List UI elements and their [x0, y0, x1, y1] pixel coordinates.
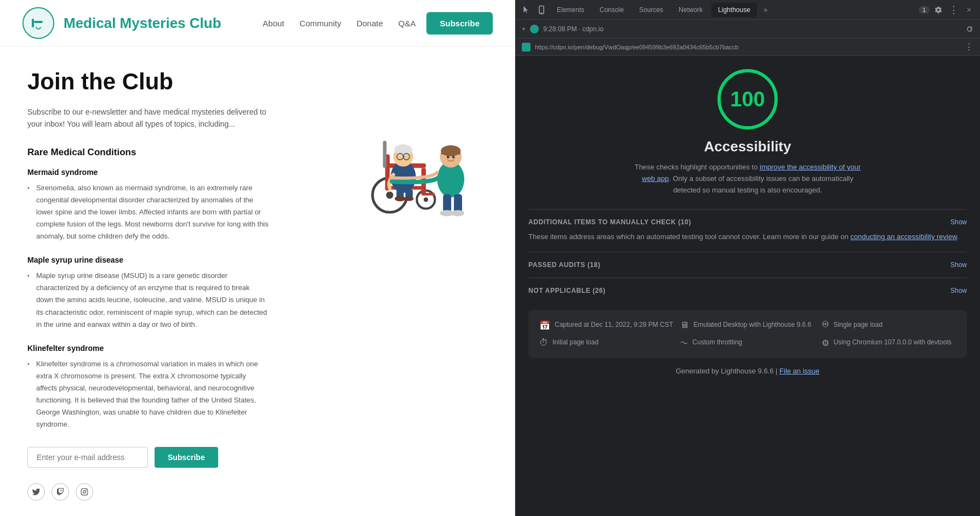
info-throttling-text: Custom throttling	[692, 337, 742, 347]
info-single-page: Single page load	[822, 320, 956, 331]
main-heading: Join the Club	[27, 69, 269, 95]
devtools-cursor-icon[interactable]	[520, 3, 533, 16]
svg-point-34	[452, 210, 464, 217]
svg-point-18	[394, 144, 412, 155]
svg-rect-3	[81, 489, 88, 495]
refresh-icon[interactable]	[966, 25, 973, 33]
condition-klinefelter: Klinefelter syndrome Klinefelter syndrom…	[27, 344, 269, 431]
tab-badge: 1	[919, 6, 930, 14]
desktop-icon: 🖥	[680, 320, 689, 330]
overflow-menu-icon[interactable]: ⋮	[947, 3, 960, 16]
calendar-icon: 📅	[539, 320, 550, 331]
score-number: 100	[730, 88, 765, 111]
tab-network[interactable]: Network	[672, 3, 709, 17]
audit-manual-check-label: ADDITIONAL ITEMS TO MANUALLY CHECK (10)	[528, 218, 691, 226]
navbar: Medical Mysteries Club About Community D…	[0, 0, 515, 47]
svg-point-29	[447, 156, 449, 158]
nav-community[interactable]: Community	[300, 19, 341, 28]
svg-point-9	[424, 197, 428, 202]
svg-rect-31	[443, 194, 451, 212]
svg-rect-15	[383, 141, 387, 168]
content-area: Join the Club Subscribe to our e-newslet…	[0, 47, 515, 516]
audit-not-applicable-show[interactable]: Show	[950, 287, 967, 294]
site-favicon	[522, 43, 531, 52]
nav-about[interactable]: About	[263, 19, 284, 28]
conducting-review-link[interactable]: conducting an accessibility review	[851, 233, 957, 241]
social-icons	[27, 483, 269, 501]
condition-text-klinefelter: Klinefelter syndrome is a chromosomal va…	[27, 358, 269, 431]
svg-rect-32	[454, 194, 462, 212]
svg-point-5	[86, 490, 87, 491]
audit-not-applicable-label: NOT APPLICABLE (26)	[528, 287, 606, 294]
audit-passed-header[interactable]: PASSED AUDITS (18) Show	[528, 261, 967, 269]
condition-text-mermaid: Sirenomelia, also known as mermaid syndr…	[27, 182, 269, 242]
svg-rect-1	[32, 19, 34, 27]
tab-elements[interactable]: Elements	[550, 3, 591, 17]
settings-icon[interactable]	[932, 3, 945, 16]
main-intro: Subscribe to our e-newsletter and have m…	[27, 106, 269, 131]
twitch-icon[interactable]	[52, 483, 69, 501]
tab-lighthouse[interactable]: Lighthouse	[711, 3, 757, 17]
info-throttling: Custom throttling	[680, 337, 814, 348]
url-menu-icon[interactable]: ⋮	[965, 42, 973, 52]
condition-title-mermaid: Mermaid syndrome	[27, 168, 269, 177]
twitter-icon[interactable]	[27, 483, 45, 501]
tab-console[interactable]: Console	[593, 3, 630, 17]
info-captured-text: Captured at Dec 11, 2022, 9:28 PM CST	[555, 320, 673, 330]
hero-illustration	[317, 69, 498, 222]
main-content: Join the Club Subscribe to our e-newslet…	[0, 47, 296, 516]
url-timestamp: 9:28:08 PM · cdpn.io	[543, 25, 961, 33]
audit-not-applicable-header[interactable]: NOT APPLICABLE (26) Show	[528, 287, 967, 294]
lighthouse-info-footer: 📅 Captured at Dec 11, 2022, 9:28 PM CST …	[528, 310, 967, 358]
file-issue-link[interactable]: File an issue	[779, 367, 819, 375]
condition-title-klinefelter: Klinefelter syndrome	[27, 344, 269, 353]
nav-qa[interactable]: Q&A	[398, 19, 416, 28]
audit-not-applicable: NOT APPLICABLE (26) Show	[528, 277, 967, 303]
subscribe-form: Subscribe	[27, 447, 269, 468]
devtools-panel: Elements Console Sources Network Lightho…	[515, 0, 980, 516]
audit-manual-check: ADDITIONAL ITEMS TO MANUALLY CHECK (10) …	[528, 209, 967, 252]
svg-point-30	[452, 156, 455, 158]
devtools-urlbar: + 9:28:08 PM · cdpn.io	[515, 20, 980, 38]
condition-title-maple: Maple syrup urine disease	[27, 256, 269, 264]
devtools-topbar: Elements Console Sources Network Lightho…	[515, 0, 980, 20]
website-panel: Medical Mysteries Club About Community D…	[0, 0, 515, 516]
audit-manual-check-header[interactable]: ADDITIONAL ITEMS TO MANUALLY CHECK (10) …	[528, 218, 967, 226]
nav-subscribe-button[interactable]: Subscribe	[426, 12, 493, 35]
nav-donate[interactable]: Donate	[356, 19, 383, 28]
svg-point-4	[83, 491, 86, 494]
audit-passed-label: PASSED AUDITS (18)	[528, 261, 601, 269]
info-initial-load-text: Initial page load	[552, 337, 599, 347]
info-emulated-text: Emulated Desktop with Lighthouse 9.6.6	[693, 320, 811, 330]
subscribe-button[interactable]: Subscribe	[155, 447, 218, 468]
generated-by: Generated by Lighthouse 9.6.6 | File an …	[676, 367, 819, 379]
audit-manual-check-show[interactable]: Show	[950, 218, 967, 226]
info-single-page-text: Single page load	[834, 320, 882, 330]
info-captured: 📅 Captured at Dec 11, 2022, 9:28 PM CST	[539, 320, 674, 331]
nav-links: About Community Donate Q&A	[263, 19, 415, 28]
info-emulated: 🖥 Emulated Desktop with Lighthouse 9.6.6	[680, 320, 814, 331]
audit-passed: PASSED AUDITS (18) Show	[528, 252, 967, 277]
link-icon	[822, 320, 829, 330]
url-bar: https://cdpn.io/pen/debug/VwdOaqp/ee0945…	[515, 38, 980, 56]
instagram-icon[interactable]	[76, 483, 93, 501]
info-chromium: ⚙ Using Chromium 107.0.0.0 with devtools	[822, 337, 956, 348]
close-devtools-icon[interactable]	[962, 3, 976, 16]
wave-icon	[680, 338, 688, 348]
accessibility-title: Accessibility	[704, 138, 791, 155]
lighthouse-body: 100 Accessibility These checks highlight…	[515, 56, 980, 516]
svg-rect-2	[34, 21, 43, 23]
svg-point-24	[395, 196, 406, 201]
svg-rect-14	[421, 193, 435, 196]
email-input[interactable]	[27, 447, 148, 468]
condition-text-maple: Maple syrup urine disease (MSUD) is a ra…	[27, 270, 269, 330]
audit-passed-show[interactable]: Show	[950, 261, 967, 269]
info-initial-load: ⏱ Initial page load	[539, 337, 674, 348]
condition-mermaid: Mermaid syndrome Sirenomelia, also known…	[27, 168, 269, 242]
tab-sources[interactable]: Sources	[633, 3, 670, 17]
devtools-mobile-icon[interactable]	[535, 3, 548, 16]
url-favicon	[530, 25, 539, 33]
condition-maple: Maple syrup urine disease Maple syrup ur…	[27, 256, 269, 330]
logo-icon	[22, 7, 55, 39]
more-tabs-icon[interactable]: »	[759, 3, 772, 16]
